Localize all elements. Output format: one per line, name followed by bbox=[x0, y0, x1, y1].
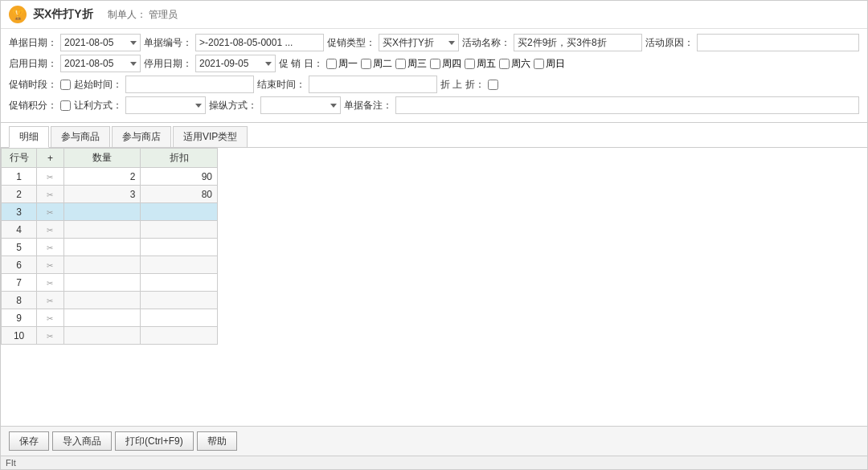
cell-row-num: 9 bbox=[2, 309, 37, 327]
cell-edit[interactable]: ✂ bbox=[37, 274, 63, 292]
cell-discount[interactable]: 90 bbox=[141, 168, 218, 186]
help-button[interactable]: 帮助 bbox=[197, 431, 237, 451]
cell-row-num: 4 bbox=[2, 221, 37, 239]
tab-vip[interactable]: 适用VIP类型 bbox=[173, 126, 248, 147]
end-time-input[interactable] bbox=[309, 76, 437, 93]
table-row: 3✂ bbox=[2, 203, 218, 221]
discount-label: 折 上 折： bbox=[440, 78, 485, 92]
table-area: 行号 + 数量 折扣 1✂2902✂3803✂4✂5✂6✂7✂8✂9✂10✂ bbox=[1, 148, 867, 426]
cell-edit[interactable]: ✂ bbox=[37, 292, 63, 309]
form-row-2: 启用日期： 2021-08-05 停用日期： 2021-09-05 促 销 日：… bbox=[9, 55, 859, 72]
cell-edit[interactable]: ✂ bbox=[37, 168, 63, 186]
day-label: 促 销 日： bbox=[279, 57, 323, 71]
cell-qty[interactable] bbox=[63, 274, 141, 292]
code-label: 单据编号： bbox=[144, 36, 192, 50]
discount-checkbox[interactable] bbox=[488, 80, 498, 90]
cell-discount[interactable] bbox=[141, 309, 218, 327]
form-row-3: 促销时段： 起始时间： 结束时间： 折 上 折： bbox=[9, 76, 859, 93]
time-checkbox[interactable] bbox=[60, 80, 71, 90]
table-row: 2✂380 bbox=[2, 186, 218, 203]
save-button[interactable]: 保存 bbox=[9, 431, 49, 451]
activity-reason-label: 活动原因： bbox=[645, 36, 694, 50]
cell-qty[interactable] bbox=[63, 292, 141, 309]
cell-discount[interactable]: 80 bbox=[141, 186, 218, 203]
bottom-bar: 保存 导入商品 打印(Ctrl+F9) 帮助 bbox=[1, 426, 867, 456]
table-row: 7✂ bbox=[2, 274, 218, 292]
cell-row-num: 10 bbox=[2, 327, 37, 345]
cell-qty[interactable] bbox=[63, 221, 141, 239]
cell-discount[interactable] bbox=[141, 239, 218, 256]
disable-date-label: 停用日期： bbox=[144, 57, 192, 71]
col-qty: 数量 bbox=[63, 149, 141, 168]
day-wednesday[interactable]: 周三 bbox=[395, 57, 427, 71]
promo-type-label: 促销类型： bbox=[327, 36, 375, 50]
date-select[interactable]: 2021-08-05 bbox=[60, 34, 141, 51]
start-time-input[interactable] bbox=[125, 76, 254, 93]
cell-qty[interactable] bbox=[63, 309, 141, 327]
cell-qty[interactable]: 3 bbox=[63, 186, 141, 203]
cell-qty[interactable] bbox=[63, 256, 141, 274]
cell-edit[interactable]: ✂ bbox=[37, 256, 63, 274]
cell-edit[interactable]: ✂ bbox=[37, 239, 63, 256]
code-input[interactable] bbox=[195, 34, 324, 51]
day-sunday[interactable]: 周日 bbox=[534, 57, 565, 71]
cell-discount[interactable] bbox=[141, 292, 218, 309]
table-row: 4✂ bbox=[2, 221, 218, 239]
operate-label: 操纵方式： bbox=[209, 99, 257, 112]
tab-shop[interactable]: 参与商店 bbox=[112, 126, 171, 147]
cell-qty[interactable] bbox=[63, 239, 141, 256]
form-row-4: 促销积分： 让利方式： 操纵方式： 单据备注： bbox=[9, 96, 859, 114]
table-row: 9✂ bbox=[2, 309, 218, 327]
cell-discount[interactable] bbox=[141, 327, 218, 345]
status-bar: FIt bbox=[1, 456, 867, 469]
table-row: 8✂ bbox=[2, 292, 218, 309]
cell-row-num: 5 bbox=[2, 239, 37, 256]
app-icon: 🏆 bbox=[9, 6, 27, 23]
day-saturday[interactable]: 周六 bbox=[499, 57, 530, 71]
cell-row-num: 6 bbox=[2, 256, 37, 274]
cell-discount[interactable] bbox=[141, 221, 218, 239]
print-button[interactable]: 打印(Ctrl+F9) bbox=[115, 431, 194, 451]
cell-edit[interactable]: ✂ bbox=[37, 186, 63, 203]
day-monday[interactable]: 周一 bbox=[326, 57, 358, 71]
day-thursday[interactable]: 周四 bbox=[430, 57, 461, 71]
import-button[interactable]: 导入商品 bbox=[52, 431, 112, 451]
cell-edit[interactable]: ✂ bbox=[37, 327, 63, 345]
form-area: 单据日期： 2021-08-05 单据编号： 促销类型： 买X件打Y折 活动名称… bbox=[1, 29, 867, 123]
table-row: 6✂ bbox=[2, 256, 218, 274]
cell-row-num: 8 bbox=[2, 292, 37, 309]
creator-label: 制单人： 管理员 bbox=[108, 8, 178, 22]
detail-table: 行号 + 数量 折扣 1✂2902✂3803✂4✂5✂6✂7✂8✂9✂10✂ bbox=[1, 148, 218, 345]
page-title: 买X件打Y折 bbox=[33, 7, 93, 22]
cell-qty[interactable]: 2 bbox=[63, 168, 141, 186]
promo-type-select[interactable]: 买X件打Y折 bbox=[379, 34, 459, 51]
enable-date-select[interactable]: 2021-08-05 bbox=[60, 55, 141, 72]
form-row-1: 单据日期： 2021-08-05 单据编号： 促销类型： 买X件打Y折 活动名称… bbox=[9, 34, 859, 51]
disable-date-select[interactable]: 2021-09-05 bbox=[195, 55, 276, 72]
day-friday[interactable]: 周五 bbox=[465, 57, 496, 71]
activity-reason-input[interactable] bbox=[697, 34, 859, 51]
cell-row-num: 1 bbox=[2, 168, 37, 186]
day-tuesday[interactable]: 周二 bbox=[361, 57, 392, 71]
col-row-num: 行号 bbox=[2, 149, 37, 168]
cell-discount[interactable] bbox=[141, 256, 218, 274]
points-checkbox[interactable] bbox=[60, 100, 71, 111]
activity-name-input[interactable] bbox=[514, 34, 642, 51]
cell-qty[interactable] bbox=[63, 203, 141, 221]
cell-edit[interactable]: ✂ bbox=[37, 309, 63, 327]
cell-qty[interactable] bbox=[63, 327, 141, 345]
payment-label: 让利方式： bbox=[74, 99, 122, 112]
remark-input[interactable] bbox=[395, 96, 859, 114]
status-text: FIt bbox=[6, 458, 16, 468]
cell-discount[interactable] bbox=[141, 274, 218, 292]
operate-select[interactable] bbox=[260, 96, 341, 114]
cell-discount[interactable] bbox=[141, 203, 218, 221]
payment-select[interactable] bbox=[125, 96, 206, 114]
remark-label: 单据备注： bbox=[344, 99, 392, 112]
tab-goods[interactable]: 参与商品 bbox=[51, 126, 110, 147]
cell-edit[interactable]: ✂ bbox=[37, 221, 63, 239]
cell-edit[interactable]: ✂ bbox=[37, 203, 63, 221]
enable-date-label: 启用日期： bbox=[9, 57, 57, 71]
tab-detail[interactable]: 明细 bbox=[9, 126, 49, 148]
table-row: 5✂ bbox=[2, 239, 218, 256]
